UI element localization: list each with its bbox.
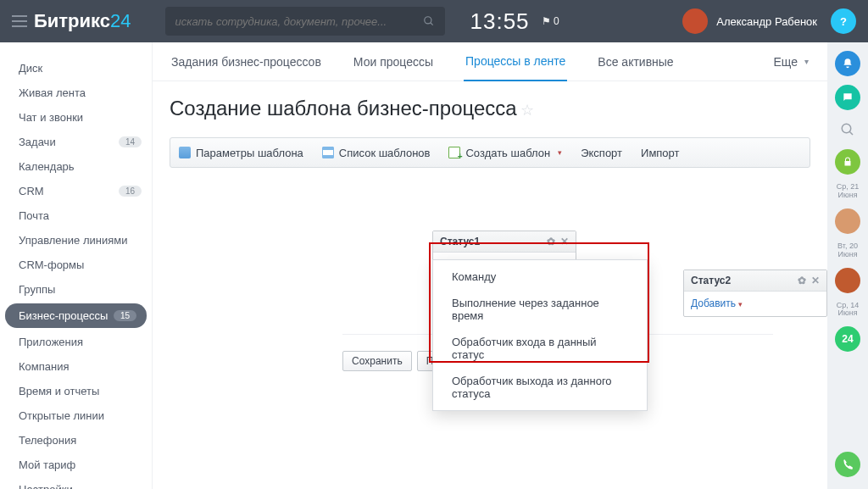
phone-button[interactable]	[835, 452, 860, 477]
status2-header[interactable]: Статус2 ✿ ✕	[684, 270, 826, 292]
sidebar-item-feed[interactable]: Живая лента	[0, 81, 152, 105]
menu-toggle-icon[interactable]	[12, 15, 27, 27]
sidebar-item-crm-forms[interactable]: CRM-формы	[0, 253, 152, 277]
dropdown-item-command[interactable]: Команду	[433, 264, 647, 290]
close-icon[interactable]: ✕	[811, 275, 820, 286]
sidebar-item-tasks[interactable]: Задачи14	[0, 130, 152, 154]
template-toolbar: Параметры шаблона Список шаблонов Создат…	[170, 137, 810, 168]
sidebar-item-company[interactable]: Компания	[0, 354, 152, 379]
counter-badge: 14	[119, 136, 142, 147]
save-button[interactable]: Сохранить	[342, 351, 412, 371]
sidebar-item-open-lines[interactable]: Открытые линии	[0, 403, 152, 428]
tab-bp-tasks[interactable]: Задания бизнес-процессов	[170, 42, 323, 81]
dropdown-item-exit-handler[interactable]: Обработчик выхода из данного статуса	[433, 368, 647, 407]
sidebar-item-disk[interactable]: Диск	[0, 56, 152, 81]
user-avatar[interactable]	[682, 8, 708, 34]
sidebar-item-time-reports[interactable]: Время и отчеты	[0, 379, 152, 403]
tab-all-active[interactable]: Все активные	[596, 42, 675, 81]
tab-feed-processes[interactable]: Процессы в ленте	[464, 42, 567, 81]
flag-counter[interactable]: ⚑ 0	[542, 15, 559, 27]
sidebar-item-mail[interactable]: Почта	[0, 203, 152, 228]
sidebar: Диск Живая лента Чат и звонки Задачи14 К…	[0, 42, 153, 489]
add-dropdown: Команду Выполнение через заданное время …	[432, 259, 648, 411]
search-right-icon[interactable]	[840, 122, 855, 137]
tabs-bar: Задания бизнес-процессов Мои процессы Пр…	[153, 42, 827, 81]
toolbar-import[interactable]: Импорт	[641, 147, 679, 159]
sidebar-item-telephony[interactable]: Телефония	[0, 428, 152, 453]
status-block-2[interactable]: Статус2 ✿ ✕ Добавить	[683, 270, 827, 317]
status2-body: Добавить	[684, 292, 826, 316]
status1-header[interactable]: Статус1 ✿ ✕	[433, 231, 576, 253]
user-name[interactable]: Александр Рабенок	[716, 15, 817, 28]
dropdown-item-enter-handler[interactable]: Обработчик входа в данный статус	[433, 329, 647, 368]
search-icon[interactable]	[423, 15, 435, 27]
search-bar[interactable]	[165, 7, 445, 36]
svg-point-2	[842, 124, 851, 133]
logo-accent: 24	[110, 10, 131, 31]
contact-avatar-2[interactable]	[835, 268, 860, 293]
params-icon	[179, 147, 191, 158]
b24-badge[interactable]: 24	[835, 326, 860, 352]
tab-my-processes[interactable]: Мои процессы	[352, 42, 435, 81]
page-title: Создание шаблона бизнес-процесса☆	[153, 81, 827, 137]
lock-button[interactable]	[835, 149, 860, 175]
tab-more[interactable]: Еще	[772, 42, 811, 81]
counter-badge: 15	[114, 310, 136, 321]
contact-avatar-1[interactable]	[835, 208, 860, 234]
gear-icon[interactable]: ✿	[798, 275, 806, 286]
logo-main: Битрикс	[34, 10, 110, 31]
toolbar-export[interactable]: Экспорт	[581, 147, 622, 159]
date-label-1: Ср, 21 Июня	[827, 183, 868, 200]
dropdown-item-delay[interactable]: Выполнение через заданное время	[433, 290, 647, 329]
sidebar-item-groups[interactable]: Группы	[0, 277, 152, 302]
sidebar-item-crm[interactable]: CRM16	[0, 179, 152, 203]
sidebar-item-bizproc[interactable]: Бизнес-процессы15	[5, 303, 147, 328]
sidebar-item-chat[interactable]: Чат и звонки	[0, 105, 152, 130]
notifications-button[interactable]	[835, 51, 860, 76]
chevron-down-icon: ▾	[558, 148, 562, 157]
sidebar-item-tariff[interactable]: Мой тариф	[0, 453, 152, 477]
topbar: Битрикс24 13:55 ⚑ 0 Александр Рабенок ?	[0, 0, 868, 42]
logo[interactable]: Битрикс24	[34, 10, 131, 32]
sidebar-item-apps[interactable]: Приложения	[0, 330, 152, 354]
svg-line-3	[849, 131, 853, 135]
clock: 13:55	[470, 8, 530, 35]
counter-badge: 16	[119, 186, 142, 197]
close-icon[interactable]: ✕	[560, 236, 569, 247]
status1-title: Статус1	[440, 236, 480, 247]
create-icon	[448, 147, 460, 158]
toolbar-create-template[interactable]: Создать шаблон▾	[448, 147, 562, 159]
favorite-star-icon[interactable]: ☆	[520, 102, 534, 119]
chat-button[interactable]	[835, 85, 860, 110]
date-label-2: Вт, 20 Июня	[827, 242, 868, 259]
toolbar-templates-list[interactable]: Список шаблонов	[322, 147, 431, 159]
help-button[interactable]: ?	[831, 8, 856, 34]
toolbar-params[interactable]: Параметры шаблона	[179, 147, 303, 159]
rightbar: Ср, 21 Июня Вт, 20 Июня Ср, 14 Июня 24	[827, 42, 868, 489]
status2-title: Статус2	[691, 275, 731, 286]
sidebar-item-lines-mgmt[interactable]: Управление линиями	[0, 228, 152, 253]
status2-add-link[interactable]: Добавить	[691, 297, 743, 309]
sidebar-item-settings[interactable]: Настройки	[0, 477, 152, 489]
svg-line-1	[430, 23, 432, 25]
content-area: Задания бизнес-процессов Мои процессы Пр…	[153, 42, 827, 489]
svg-point-0	[424, 17, 431, 24]
list-icon	[322, 147, 334, 158]
date-label-3: Ср, 14 Июня	[827, 302, 868, 319]
sidebar-item-calendar[interactable]: Календарь	[0, 154, 152, 179]
gear-icon[interactable]: ✿	[547, 236, 555, 247]
search-input[interactable]	[175, 15, 423, 28]
